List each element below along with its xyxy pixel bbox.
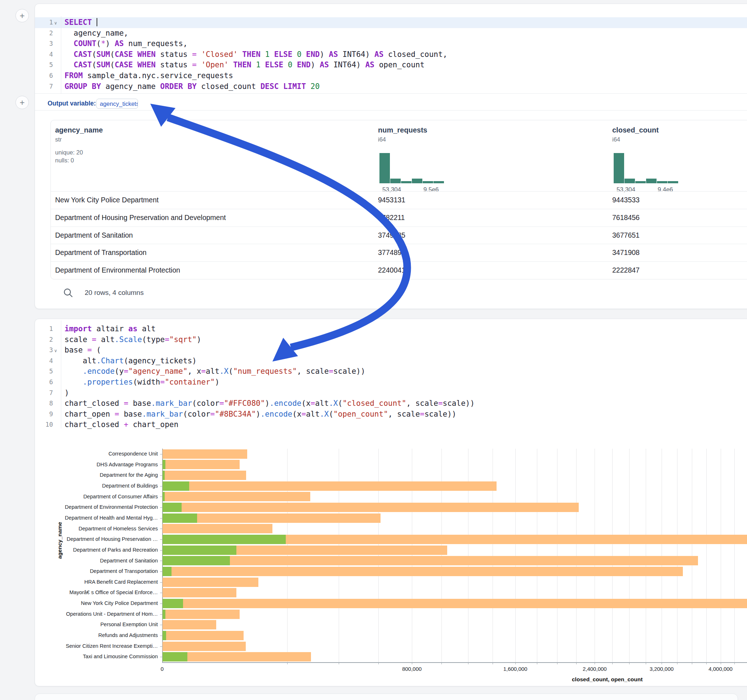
gridline <box>493 449 493 662</box>
bar-open <box>163 535 286 544</box>
code-token: num_requests, <box>124 39 188 48</box>
code-line[interactable]: base = ( <box>65 345 101 356</box>
bar-closed <box>163 460 240 469</box>
code-token <box>92 18 97 27</box>
y-axis-label: Department of Environmental Protection <box>35 504 158 510</box>
bar-open <box>163 546 236 555</box>
code-token: "num_requests" <box>233 367 297 376</box>
code-token <box>65 378 83 386</box>
gridline <box>612 449 612 662</box>
x-axis-label: 1,600,000 <box>504 666 528 672</box>
column-histogram <box>614 153 679 183</box>
code-token: scale)) <box>443 399 475 407</box>
y-axis-label: Department of Consumer Affairs <box>35 494 158 499</box>
code-token: AS <box>365 60 374 69</box>
column-header: agency_name <box>55 126 103 134</box>
y-axis-label: Senior Citizen Rent Increase Exempti… <box>35 643 158 649</box>
code-token: = <box>201 367 206 376</box>
search-icon[interactable] <box>63 287 74 298</box>
histogram-bin <box>614 153 624 183</box>
code-token: ) <box>197 335 201 344</box>
bar-closed <box>163 481 496 491</box>
code-token: = <box>124 367 128 376</box>
code-line[interactable]: chart_closed = base.mark_bar(color="#FFC… <box>65 398 475 409</box>
divider <box>35 110 747 110</box>
gridline <box>537 449 537 662</box>
histogram-bin <box>657 181 667 183</box>
x-axis-label: 0 <box>161 666 163 672</box>
axis-tick <box>160 539 162 540</box>
histogram-bin <box>668 181 678 183</box>
code-line[interactable]: chart_open = base.mark_bar(color="#8BC34… <box>65 409 456 420</box>
code-token: THEN <box>233 60 251 69</box>
code-token: CASE <box>115 60 133 69</box>
histogram-max-label: 9.5e6 <box>423 186 439 193</box>
code-token: = <box>115 410 119 418</box>
code-token: as <box>128 324 137 333</box>
code-token: (agency_tickets) <box>124 356 197 365</box>
code-token: = <box>438 399 443 407</box>
bar-closed <box>163 492 310 501</box>
code-line[interactable]: agency_name, <box>65 28 128 39</box>
bar-closed <box>163 524 272 533</box>
code-token: ) <box>215 378 219 386</box>
add-cell-button-output[interactable]: + <box>15 96 29 109</box>
chevron-down-icon[interactable]: ∨ <box>54 345 60 356</box>
code-token <box>65 50 74 59</box>
code-line[interactable]: .encode(y="agency_name", x=alt.X("num_re… <box>65 366 365 377</box>
divider <box>35 93 747 94</box>
column-histogram <box>380 153 444 183</box>
code-token: = <box>210 410 215 418</box>
code-token: status <box>156 50 192 59</box>
code-token: .properties <box>83 378 133 386</box>
code-line[interactable]: import altair as alt <box>65 324 156 335</box>
code-line[interactable]: alt.Chart(agency_tickets) <box>65 356 197 367</box>
gridline <box>721 449 721 662</box>
row-divider <box>51 244 747 244</box>
notebook-page: { "output_bar": { "label": "Output varia… <box>0 0 747 700</box>
code-token <box>197 50 201 59</box>
code-token <box>278 82 283 91</box>
gridline <box>339 449 339 662</box>
code-token: = <box>87 345 92 355</box>
code-line[interactable]: SELECT <box>65 17 97 28</box>
code-line[interactable]: CAST(SUM(CASE WHEN status = 'Closed' THE… <box>65 49 447 60</box>
gridline <box>629 449 629 662</box>
code-line[interactable]: ) <box>65 388 69 398</box>
code-token: chart_closed <box>65 399 124 407</box>
code-token: AS <box>374 50 383 59</box>
gridline <box>412 449 412 662</box>
code-line[interactable]: scale = alt.Scale(type="sqrt") <box>65 335 201 345</box>
next-cell-top-edge[interactable] <box>35 694 738 700</box>
code-token <box>260 60 265 69</box>
code-line[interactable]: .properties(width="container") <box>65 377 219 388</box>
line-number: 7 <box>35 388 53 398</box>
python-cell: 1import altair as alt2scale = alt.Scale(… <box>35 319 747 686</box>
code-line[interactable]: COUNT(*) AS num_requests, <box>65 39 188 49</box>
code-token: (color <box>183 410 210 418</box>
code-token: AS <box>115 39 124 48</box>
code-token: .X <box>320 410 329 418</box>
code-token: COUNT <box>74 39 96 48</box>
code-token: AS <box>329 50 338 59</box>
axis-tick <box>160 518 162 519</box>
code-token: SUM <box>97 60 110 69</box>
code-line[interactable]: FROM sample_data.nyc.service_requests <box>65 71 233 81</box>
cell-num-requests: 7782211 <box>378 214 405 222</box>
code-token: "open_count" <box>333 410 388 418</box>
cell-num-requests: 9453131 <box>378 196 405 204</box>
code-token: ( <box>92 345 101 355</box>
code-token: , x <box>188 367 201 376</box>
code-line[interactable]: chart_closed + chart_open <box>65 419 178 430</box>
y-axis-line <box>162 449 163 662</box>
code-token: ORDER BY <box>160 82 197 91</box>
chevron-down-icon[interactable]: ∨ <box>54 18 60 29</box>
code-line[interactable]: GROUP BY agency_name ORDER BY closed_cou… <box>65 81 320 92</box>
code-token <box>306 82 311 91</box>
code-line[interactable]: CAST(SUM(CASE WHEN status = 'Open' THEN … <box>65 60 425 71</box>
output-variable-pill[interactable]: agency_tickets <box>96 99 138 109</box>
y-axis-label: Department of Housing Preservation … <box>35 536 158 542</box>
code-token: .mark_bar <box>142 410 183 418</box>
axis-tick <box>160 465 162 465</box>
add-cell-button-top[interactable]: + <box>15 9 29 22</box>
